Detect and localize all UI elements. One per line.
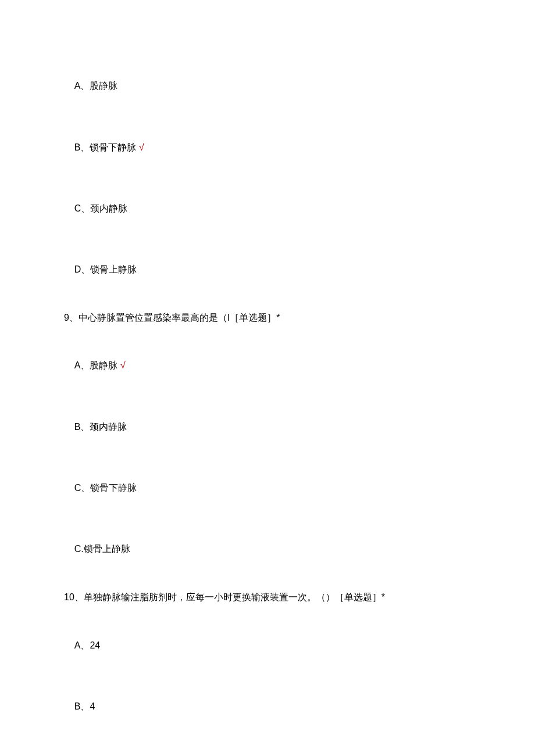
option-text: 颈内静脉: [90, 422, 127, 432]
option-label: A、: [74, 360, 90, 370]
q9-option-d: C.锁骨上静脉: [64, 530, 471, 569]
option-text: 24: [90, 640, 100, 650]
option-text: 锁骨下静脉: [90, 142, 136, 152]
option-label: B、: [74, 701, 90, 711]
option-label: B、: [74, 422, 90, 432]
option-label: D、: [74, 264, 91, 274]
q8-option-b: B、锁骨下静脉 √: [64, 128, 471, 167]
option-text: 4: [90, 701, 95, 711]
q9-option-c: C、锁骨下静脉: [64, 468, 471, 507]
q8-option-a: A、股静脉: [64, 67, 471, 106]
option-label: B、: [74, 142, 90, 152]
option-text: 锁骨上静脉: [90, 264, 137, 274]
option-label: C.: [74, 544, 84, 554]
q10-option-c: C、12√: [64, 748, 471, 757]
correct-mark-icon: √: [120, 360, 126, 370]
option-text: 股静脉: [90, 360, 117, 370]
option-label: A、: [74, 81, 90, 91]
option-text: 锁骨上静脉: [84, 544, 130, 554]
q8-option-c: C、颈内静脉: [64, 189, 471, 228]
option-text: 颈内静脉: [90, 203, 127, 213]
option-label: C、: [74, 203, 91, 213]
q9-option-b: B、颈内静脉: [64, 407, 471, 446]
q10-option-a: A、24: [64, 626, 471, 665]
option-label: A、: [74, 640, 90, 650]
q8-option-d: D、锁骨上静脉: [64, 250, 471, 289]
q9-option-a: A、股静脉 √: [64, 346, 471, 385]
correct-mark-icon: √: [139, 142, 144, 152]
option-text: 股静脉: [90, 81, 117, 91]
option-text: 锁骨下静脉: [90, 483, 137, 493]
q9-stem: 9、中心静脉置管位置感染率最高的是（I［单选题］*: [64, 311, 471, 324]
q10-option-b: B、4: [64, 687, 471, 726]
option-label: C、: [74, 483, 91, 493]
q10-stem: 10、单独静脉输注脂肪剂时，应每一小时更换输液装置一次。（）［单选题］*: [64, 591, 471, 604]
document-page: A、股静脉 B、锁骨下静脉 √ C、颈内静脉 D、锁骨上静脉 9、中心静脉置管位…: [0, 0, 535, 756]
